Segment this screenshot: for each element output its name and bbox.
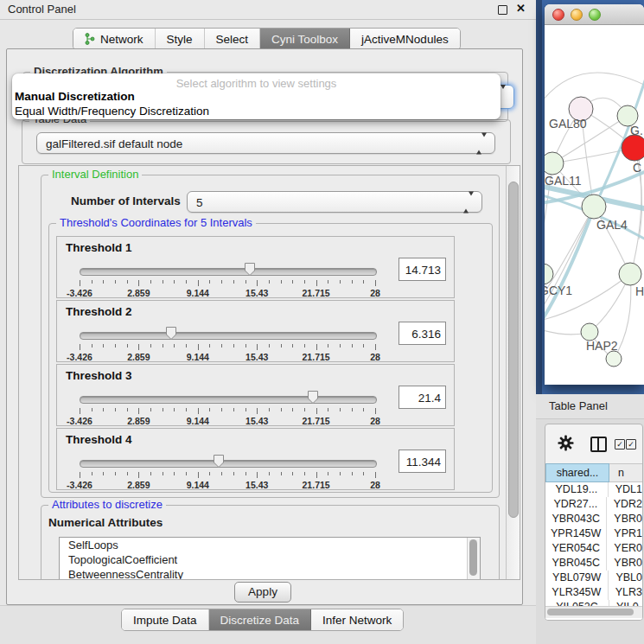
tick-mark [221, 408, 222, 411]
tick-mark [375, 280, 376, 286]
threshold-label: Threshold 4 [66, 433, 132, 446]
zoom-traffic-light-icon[interactable] [589, 9, 601, 21]
tab-cyni-toolbox[interactable]: Cyni Toolbox [260, 29, 350, 49]
slider-track[interactable] [80, 332, 377, 340]
group-title: Threshold's Coordinates for 5 Intervals [56, 216, 256, 229]
table-row[interactable]: YLR345WYLR3 [545, 585, 642, 600]
tick-label: 21.715 [303, 288, 330, 298]
attribute-item[interactable]: TopologicalCoefficient [60, 552, 480, 567]
threshold-value-field[interactable]: 21.4 [399, 386, 446, 409]
column-header-name[interactable]: n [609, 463, 642, 482]
tick-label: 15.43 [245, 416, 268, 426]
number-of-intervals-combobox[interactable]: 5 [187, 191, 482, 213]
tab-label: Impute Data [133, 610, 197, 630]
slider-tick-labels: -3.4262.8599.14415.4321.71528 [80, 288, 375, 298]
cell-shared-name[interactable]: YDL19... [545, 482, 609, 497]
attribute-item[interactable]: SelfLoops [60, 538, 480, 552]
tick-mark [150, 408, 151, 411]
cell-shared-name[interactable]: YPR145W [545, 526, 607, 541]
cell-name[interactable]: YDR2 [607, 497, 642, 512]
list-scrollbar[interactable] [467, 538, 480, 580]
table-row[interactable]: YBR043CYBR0 [545, 512, 642, 526]
network-node[interactable] [582, 194, 606, 219]
table-horizontal-scrollbar[interactable] [545, 606, 642, 618]
table-data-combobox[interactable]: galFiltered.sif default node [36, 132, 495, 154]
scrollbar-thumb[interactable] [547, 609, 634, 615]
table-row[interactable]: YER054CYER0 [545, 541, 642, 556]
cell-name[interactable]: YPR1 [607, 526, 642, 541]
threshold-slider[interactable]: -3.4262.8599.14415.4321.71528 [80, 389, 375, 424]
slider-thumb[interactable] [213, 454, 225, 469]
tick-mark [245, 344, 246, 348]
show-columns-icon[interactable] [590, 437, 607, 452]
cell-name[interactable]: YDL1 [609, 482, 642, 497]
table-row[interactable]: YPR145WYPR1 [545, 526, 642, 541]
cell-name[interactable]: YBL0 [609, 571, 642, 585]
threshold-slider[interactable]: -3.4262.8599.14415.4321.71528 [80, 325, 375, 360]
close-icon[interactable]: ✕ [516, 2, 526, 15]
tab-jactivemnodules[interactable]: jActiveMNodules [350, 29, 460, 49]
cell-shared-name[interactable]: YBR043C [545, 512, 607, 526]
network-node[interactable] [545, 152, 564, 175]
dropdown-option-equal-width[interactable]: Equal Width/Frequency Discretization [12, 105, 501, 119]
table-row[interactable]: YDL19...YDL1 [545, 482, 642, 497]
tab-network[interactable]: Network [73, 29, 156, 49]
float-window-icon[interactable] [498, 5, 507, 15]
tick-mark [316, 280, 317, 286]
threshold-value-field[interactable]: 11.344 [399, 450, 446, 473]
cell-name[interactable]: YBR0 [607, 512, 642, 526]
scrollbar-thumb[interactable] [469, 539, 477, 576]
table-row[interactable]: YBR045CYBR0 [545, 556, 642, 571]
slider-track[interactable] [80, 460, 377, 468]
scrollbar-thumb[interactable] [508, 182, 519, 518]
close-traffic-light-icon[interactable] [552, 9, 564, 21]
network-node[interactable] [622, 135, 644, 161]
select-column-checkbox-icon[interactable]: ✓ [626, 439, 636, 450]
threshold-value-field[interactable]: 14.713 [399, 258, 446, 281]
bottom-tab-bar: Impute Data Discretize Data Infer Networ… [121, 609, 404, 631]
tab-discretize-data[interactable]: Discretize Data [209, 609, 312, 630]
select-all-checkbox-icon[interactable]: ✓ [615, 439, 625, 450]
slider-thumb[interactable] [244, 262, 256, 277]
tick-mark [92, 344, 92, 348]
network-canvas[interactable]: GAL80G.CGAL11GAL4GCY1HHAP2 [545, 25, 644, 384]
network-node[interactable] [619, 263, 641, 285]
cell-name[interactable]: YER0 [607, 541, 642, 556]
tab-impute-data[interactable]: Impute Data [122, 609, 209, 630]
attribute-item[interactable]: BetweennessCentrality [60, 567, 480, 580]
gear-icon[interactable] [558, 435, 574, 451]
slider-thumb[interactable] [165, 326, 177, 341]
minimize-traffic-light-icon[interactable] [571, 9, 583, 21]
tab-infer-network[interactable]: Infer Network [311, 609, 403, 630]
slider-track[interactable] [80, 396, 377, 404]
threshold-value-field[interactable]: 6.316 [399, 322, 446, 345]
cell-shared-name[interactable]: YDR27... [545, 497, 607, 512]
numerical-attributes-list[interactable]: SelfLoopsTopologicalCoefficientBetweenne… [59, 537, 481, 580]
cell-name[interactable]: YLR3 [609, 585, 642, 600]
cell-shared-name[interactable]: YBR045C [545, 556, 607, 571]
cell-shared-name[interactable]: YER054C [545, 541, 607, 556]
threshold-slider[interactable]: -3.4262.8599.14415.4321.71528 [80, 261, 375, 296]
tick-mark [163, 408, 163, 411]
slider-thumb[interactable] [307, 390, 319, 405]
tick-mark [352, 408, 353, 411]
tick-label: 21.715 [303, 352, 330, 362]
dropdown-option-manual[interactable]: Manual Discretization [12, 90, 501, 105]
column-header-shared-name[interactable]: shared... [545, 463, 609, 482]
tick-mark [80, 344, 80, 350]
network-node[interactable] [581, 323, 598, 341]
table-row[interactable]: YDR27...YDR2 [545, 497, 642, 512]
table-row[interactable]: YBL079WYBL0 [545, 571, 642, 585]
cell-shared-name[interactable]: YBL079W [545, 571, 609, 585]
threshold-slider[interactable]: -3.4262.8599.14415.4321.71528 [80, 453, 375, 488]
settings-vertical-scrollbar[interactable] [506, 166, 520, 579]
tab-select[interactable]: Select [205, 29, 261, 49]
tick-mark [233, 472, 234, 475]
apply-button[interactable]: Apply [234, 582, 291, 603]
cell-shared-name[interactable]: YLR345W [545, 585, 609, 600]
tab-style[interactable]: Style [156, 29, 205, 49]
tab-label: Style [167, 29, 193, 49]
cell-name[interactable]: YBR0 [607, 556, 642, 571]
slider-track[interactable] [80, 268, 377, 276]
network-node[interactable] [606, 351, 622, 367]
